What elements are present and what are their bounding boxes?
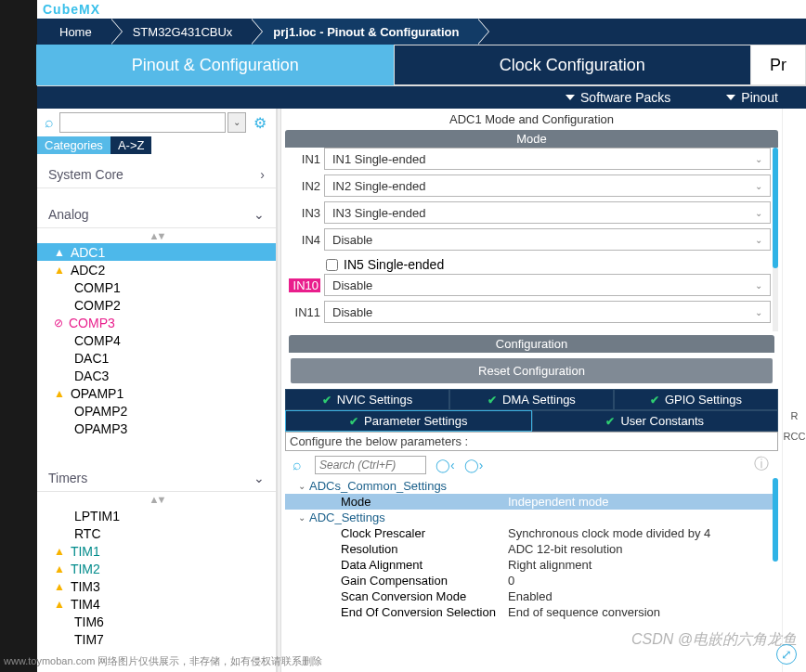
param-row[interactable]: Gain Compensation0: [285, 573, 778, 588]
collapse-icon: ⌄: [298, 512, 306, 523]
tree-item-dac1[interactable]: DAC1: [37, 349, 276, 367]
param-group-adc[interactable]: ⌄ADC_Settings: [285, 510, 778, 525]
select-in4[interactable]: Disable⌄: [324, 228, 771, 251]
next-match-icon[interactable]: ◯›: [464, 458, 484, 472]
select-in10[interactable]: Disable⌄: [324, 274, 771, 296]
crumb-home[interactable]: Home: [37, 19, 110, 45]
group-analog[interactable]: Analog⌄: [37, 201, 276, 228]
crumb-chip[interactable]: STM32G431CBUx: [110, 19, 252, 45]
tab-project[interactable]: Pr: [750, 45, 806, 85]
select-in11[interactable]: Disable⌄: [324, 301, 771, 323]
select-in2[interactable]: IN2 Single-ended⌄: [324, 174, 771, 197]
checkbox-in5[interactable]: IN5 Single-ended: [289, 255, 771, 274]
software-packs-menu[interactable]: Software Packs: [538, 90, 698, 105]
tree-item-tim4[interactable]: ▲TIM4: [37, 595, 276, 613]
panel-divider[interactable]: [277, 109, 281, 672]
group-timers[interactable]: Timers⌄: [37, 465, 276, 492]
tab-pinout[interactable]: Pinout & Configuration: [36, 45, 395, 85]
select-in1[interactable]: IN1 Single-ended⌄: [324, 148, 771, 170]
chevron-down-icon: ⌄: [755, 235, 762, 245]
tab-dma[interactable]: ✔DMA Settings: [449, 389, 614, 410]
tree-item-opamp1[interactable]: ▲OPAMP1: [37, 384, 276, 402]
tree-item-rtc[interactable]: RTC: [37, 524, 276, 542]
tab-gpio[interactable]: ✔GPIO Settings: [614, 389, 778, 410]
tree-item-dac3[interactable]: DAC3: [37, 367, 276, 384]
check-icon: ✔: [488, 394, 497, 407]
param-row[interactable]: Clock PrescalerSynchronous clock mode di…: [285, 525, 778, 541]
mode-row-in11: IN11Disable⌄: [289, 301, 771, 323]
param-row[interactable]: Scan Conversion ModeEnabled: [285, 588, 778, 604]
param-row[interactable]: Data AlignmentRight alignment: [285, 557, 778, 573]
tree-item-adc2[interactable]: ▲ADC2: [37, 261, 276, 278]
search-icon[interactable]: ⌕: [289, 457, 306, 473]
tab-clock[interactable]: Clock Configuration: [394, 45, 752, 85]
configure-label: Configure the below parameters :: [285, 432, 778, 451]
gear-icon[interactable]: ⚙: [248, 114, 272, 132]
param-search-input[interactable]: [315, 456, 426, 474]
tree-item-tim6[interactable]: TIM6: [37, 613, 276, 630]
settings-tabs: ✔NVIC Settings ✔DMA Settings ✔GPIO Setti…: [285, 389, 778, 432]
right-strip: R RCC: [782, 109, 806, 672]
left-panel: ⌕ ⌄ ⚙ Categories A->Z System Core› Analo…: [37, 109, 277, 672]
tab-a-z[interactable]: A->Z: [110, 136, 152, 154]
reset-button[interactable]: Reset Configuration: [291, 358, 773, 383]
tree-item-opamp2[interactable]: OPAMP2: [37, 402, 276, 420]
watermark: www.toymoban.com 网络图片仅供展示，非存储，如有侵权请联系删除: [4, 654, 322, 668]
panel-title: ADC1 Mode and Configuration: [281, 109, 782, 130]
sort-handle[interactable]: ▲▼: [37, 228, 276, 243]
tree-item-tim3[interactable]: ▲TIM3: [37, 577, 276, 595]
peripheral-tree[interactable]: System Core› Analog⌄ ▲▼ ▲ADC1 ▲ADC2 COMP…: [37, 154, 276, 672]
expand-button[interactable]: ⤢: [776, 644, 797, 665]
param-group-common[interactable]: ⌄ADCs_Common_Settings: [285, 478, 778, 494]
info-icon[interactable]: ⓘ: [754, 455, 774, 474]
chevron-down-icon: [566, 95, 575, 100]
chevron-down-icon: ⌄: [755, 154, 762, 164]
param-row-mode[interactable]: ModeIndependent mode: [285, 494, 778, 510]
warning-icon: ▲: [54, 598, 65, 611]
mode-row-in2: IN2IN2 Single-ended⌄: [289, 174, 771, 197]
right-panel: ADC1 Mode and Configuration Mode IN1IN1 …: [281, 109, 782, 672]
tree-item-lptim1[interactable]: LPTIM1: [37, 507, 276, 524]
group-system-core[interactable]: System Core›: [37, 162, 276, 188]
tab-nvic[interactable]: ✔NVIC Settings: [285, 389, 449, 410]
warning-icon: ▲: [54, 387, 65, 400]
breadcrumb: Home STM32G431CBUx prj1.ioc - Pinout & C…: [37, 19, 806, 45]
warning-icon: ▲: [54, 562, 65, 575]
search-icon[interactable]: ⌕: [41, 114, 58, 131]
tree-item-tim1[interactable]: ▲TIM1: [37, 542, 276, 560]
tree-item-opamp3[interactable]: OPAMP3: [37, 420, 276, 437]
collapse-icon: ⌄: [298, 481, 306, 491]
tree-item-tim2[interactable]: ▲TIM2: [37, 560, 276, 577]
warning-icon: ▲: [54, 545, 65, 558]
param-scrollbar[interactable]: [773, 478, 778, 562]
pinout-menu[interactable]: Pinout: [698, 90, 806, 105]
tree-item-adc1[interactable]: ▲ADC1: [37, 243, 276, 261]
crumb-project[interactable]: prj1.ioc - Pinout & Configuration: [251, 19, 477, 45]
tree-item-comp1[interactable]: COMP1: [37, 278, 276, 296]
select-in3[interactable]: IN3 Single-ended⌄: [324, 201, 771, 224]
tree-item-tim7[interactable]: TIM7: [37, 630, 276, 648]
check-icon: ✔: [605, 415, 615, 428]
tree-item-comp4[interactable]: COMP4: [37, 331, 276, 349]
param-row[interactable]: ResolutionADC 12-bit resolution: [285, 541, 778, 557]
tab-user-constants[interactable]: ✔User Constants: [532, 410, 779, 432]
warning-icon: ▲: [54, 264, 65, 277]
tab-parameter[interactable]: ✔Parameter Settings: [285, 410, 532, 432]
warning-icon: ▲: [54, 580, 65, 593]
warning-icon: ▲: [54, 246, 65, 259]
tree-item-comp2[interactable]: COMP2: [37, 296, 276, 314]
search-input[interactable]: [59, 112, 226, 133]
chevron-down-icon: ⌄: [755, 181, 762, 191]
search-dropdown[interactable]: ⌄: [228, 112, 246, 133]
tree-item-comp3[interactable]: ⊘COMP3: [37, 314, 276, 331]
mode-row-in3: IN3IN3 Single-ended⌄: [289, 201, 771, 224]
chevron-right-icon: ›: [260, 167, 265, 182]
mode-scrollbar[interactable]: [773, 148, 778, 331]
tab-categories[interactable]: Categories: [37, 136, 110, 154]
sort-handle[interactable]: ▲▼: [37, 492, 276, 507]
watermark2: CSDN @电嵌的六角龙鱼: [631, 630, 797, 650]
block-icon: ⊘: [54, 317, 63, 330]
prev-match-icon[interactable]: ◯‹: [436, 458, 455, 472]
mode-header: Mode: [285, 130, 778, 148]
param-row[interactable]: End Of Conversion SelectionEnd of sequen…: [285, 604, 778, 620]
